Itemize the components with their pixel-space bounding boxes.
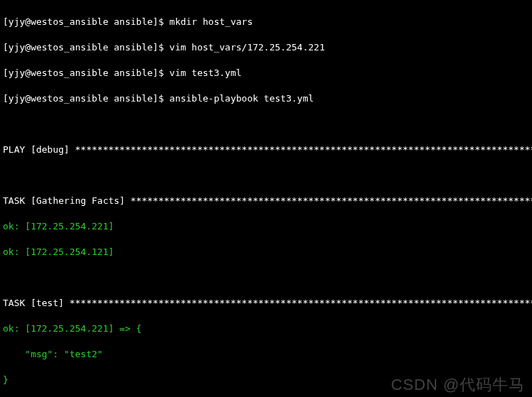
ok-host-121: ok: [172.25.254.121]: [3, 246, 114, 257]
shell-prompt: [yjy@westos_ansible ansible]$: [3, 93, 170, 104]
task-test-stars: ****************************************…: [70, 298, 532, 308]
task-gathering-facts-header: TASK [Gathering Facts]: [3, 195, 131, 206]
shell-prompt: [yjy@westos_ansible ansible]$: [3, 67, 170, 78]
ok-result-msg: "msg": "test2": [3, 349, 103, 359]
terminal-output[interactable]: [yjy@westos_ansible ansible]$ mkdir host…: [0, 0, 532, 397]
command-ansible-playbook: ansible-playbook test3.yml: [170, 93, 314, 104]
play-header-stars: ****************************************…: [75, 144, 532, 155]
shell-prompt: [yjy@westos_ansible ansible]$: [3, 16, 170, 27]
command-vim-test3: vim test3.yml: [170, 67, 242, 78]
play-header: PLAY [debug]: [3, 144, 75, 155]
task-gathering-facts-stars: ****************************************…: [131, 195, 532, 206]
task-test-header: TASK [test]: [3, 298, 70, 308]
shell-prompt: [yjy@westos_ansible ansible]$: [3, 42, 170, 53]
command-mkdir: mkdir host_vars: [170, 16, 253, 27]
ok-result-close: }: [3, 374, 9, 385]
ok-result-open: ok: [172.25.254.221] => {: [3, 323, 142, 334]
command-vim-hostvars: vim host_vars/172.25.254.221: [170, 42, 325, 53]
ok-host-221: ok: [172.25.254.221]: [3, 221, 114, 232]
